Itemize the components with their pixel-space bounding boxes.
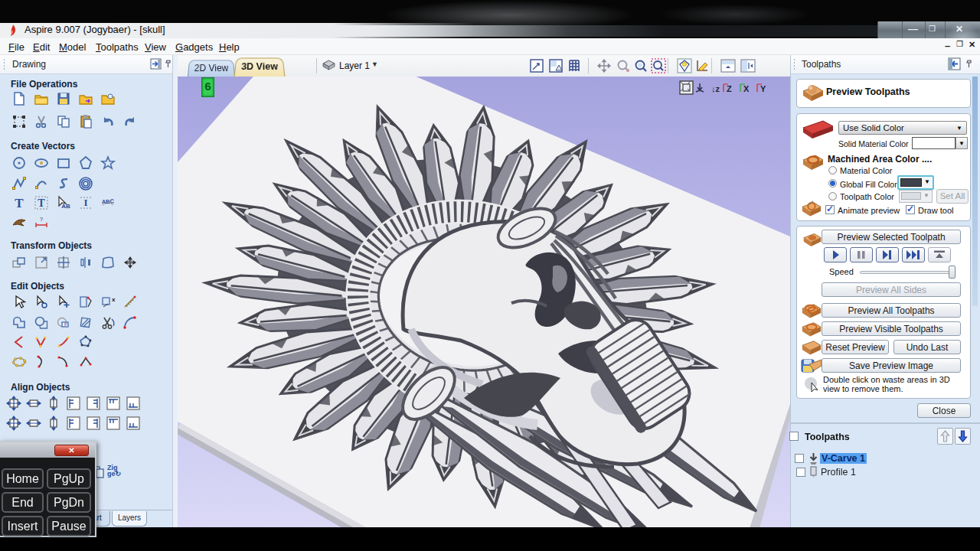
svg-text:X: X — [743, 84, 750, 93]
svg-text:I: I — [83, 197, 87, 208]
svg-text:T: T — [15, 196, 24, 210]
svg-text:↓z: ↓z — [711, 84, 720, 93]
svg-text:ABC: ABC — [101, 197, 114, 205]
svg-text:?: ? — [40, 217, 43, 222]
svg-text:x: x — [112, 296, 116, 303]
svg-text:Z: Z — [727, 84, 732, 93]
svg-text:Y: Y — [760, 84, 766, 93]
svg-text:F: F — [64, 322, 67, 327]
svg-text:T: T — [38, 197, 45, 209]
svg-text:AB: AB — [61, 203, 70, 210]
